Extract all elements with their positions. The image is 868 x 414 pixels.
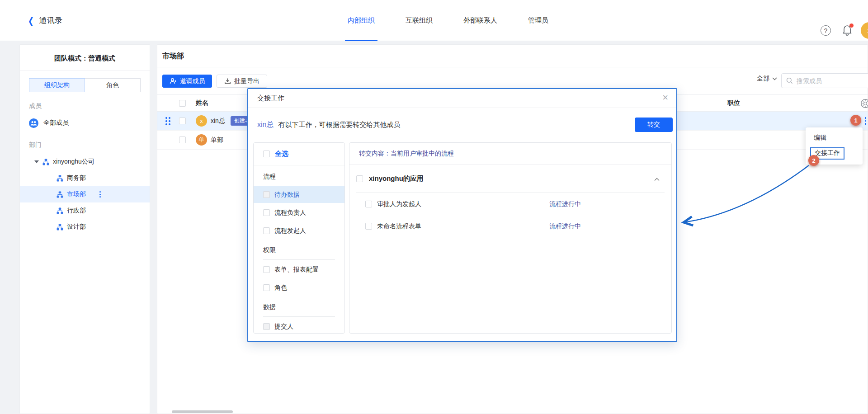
item-checkbox[interactable]	[365, 201, 372, 207]
handover-options-panel: 全选 流程 待办数据 流程负责人 流程发起人 权限 表单、报表配置 角色 数据 …	[253, 142, 345, 334]
close-icon[interactable]: ×	[662, 93, 668, 103]
tab-label: 内部组织	[348, 16, 375, 25]
notification-bell-icon[interactable]	[842, 24, 854, 37]
dept-more-icon[interactable]	[99, 191, 101, 198]
members-section-label: 成员	[29, 102, 150, 110]
tree-node-dept-business[interactable]: 商务部	[20, 170, 150, 186]
sidebar-item-all-members[interactable]: 全部成员	[20, 115, 150, 131]
invite-label: 邀请成员	[180, 77, 205, 85]
select-all-checkbox[interactable]	[179, 100, 186, 107]
help-icon[interactable]: ?	[821, 25, 831, 36]
option-label: 角色	[274, 284, 287, 292]
tab-internal-org[interactable]: 内部组织	[332, 0, 390, 41]
group-label-data: 数据	[263, 296, 335, 317]
option-role[interactable]: 角色	[254, 279, 344, 296]
department-name: 商务部	[67, 174, 86, 182]
department-name: 行政部	[67, 207, 86, 215]
tab-linked-org[interactable]: 互联组织	[390, 0, 448, 41]
download-icon	[224, 78, 231, 85]
user-avatar[interactable]: x	[861, 22, 868, 39]
handover-modal: 交接工作 × xin总 有以下工作，可根据需要转交给其他成员 转交 全选 流程 …	[247, 88, 677, 342]
page-title: 通讯录	[39, 15, 62, 26]
tree-node-dept-market[interactable]: 市场部	[20, 186, 150, 202]
subject-description: 有以下工作，可根据需要转交给其他成员	[278, 121, 400, 129]
option-submitter[interactable]: 提交人	[254, 318, 344, 334]
menu-item-edit[interactable]: 编辑	[806, 130, 863, 146]
modal-title: 交接工作	[257, 94, 284, 103]
tab-label: 互联组织	[406, 16, 433, 25]
search-icon	[786, 77, 793, 84]
batch-export-button[interactable]: 批量导出	[217, 75, 267, 88]
department-name: 设计部	[67, 223, 86, 231]
tree-node-company[interactable]: xinyonghu公司	[20, 154, 150, 170]
option-label: 流程发起人	[274, 227, 306, 235]
member-cell: x xin总 创建者	[196, 115, 254, 127]
option-checkbox[interactable]	[263, 209, 270, 216]
back-button[interactable]: ❮ 通讯录	[27, 0, 62, 41]
option-process-owner[interactable]: 流程负责人	[254, 204, 344, 221]
drag-handle-icon[interactable]	[165, 117, 179, 125]
column-header-name: 姓名	[196, 99, 208, 107]
subject-member-name: xin总	[257, 120, 274, 130]
sidebar: 团队模式：普通模式 组织架构 角色 成员 全部成员 部门 xinyonghu公司	[19, 44, 150, 414]
option-checkbox[interactable]	[263, 191, 270, 198]
avatar-text: x	[200, 118, 203, 124]
search-box	[781, 73, 868, 88]
org-icon	[57, 224, 63, 231]
option-process-initiator[interactable]: 流程发起人	[254, 222, 344, 239]
filter-value: 全部	[757, 75, 769, 83]
option-form-report-config[interactable]: 表单、报表配置	[254, 261, 344, 278]
workflow-item[interactable]: 审批人为发起人 流程进行中	[349, 193, 671, 215]
group-checkbox[interactable]	[356, 175, 363, 182]
option-label: 流程负责人	[274, 209, 306, 217]
option-checkbox[interactable]	[263, 323, 270, 330]
member-avatar: x	[196, 115, 207, 127]
toggle-roles[interactable]: 角色	[85, 78, 141, 92]
column-settings-gear-icon[interactable]	[860, 99, 868, 108]
department-tree: xinyonghu公司 商务部 市场部 行政部 设计部	[20, 154, 150, 235]
tree-node-dept-admin[interactable]: 行政部	[20, 202, 150, 219]
export-label: 批量导出	[234, 77, 259, 85]
chevron-up-icon[interactable]	[654, 175, 660, 183]
caret-expanded-icon[interactable]	[34, 160, 39, 163]
handover-content-panel: 转交内容：当前用户审批中的流程 xinyonghu的应用 审批人为发起人 流程进…	[349, 142, 672, 334]
member-avatar: 单	[196, 134, 207, 146]
app-group-row[interactable]: xinyonghu的应用	[349, 165, 671, 193]
horizontal-scrollbar[interactable]	[172, 410, 233, 413]
tab-external-contacts[interactable]: 外部联系人	[448, 0, 513, 41]
row-more-icon[interactable]	[864, 116, 868, 126]
workflow-status: 流程进行中	[549, 200, 581, 208]
option-checkbox[interactable]	[263, 284, 270, 291]
department-page-title: 市场部	[157, 45, 868, 67]
row-checkbox[interactable]	[179, 136, 186, 143]
search-input[interactable]	[797, 77, 868, 85]
member-name: 单部	[211, 136, 223, 144]
chevron-down-icon	[772, 77, 777, 80]
filter-dropdown[interactable]: 全部	[757, 75, 777, 83]
group-label-permission: 权限	[263, 239, 335, 260]
item-checkbox[interactable]	[365, 223, 372, 230]
app-root: { "app": { "back_label": "通讯录" }, "heade…	[0, 0, 868, 414]
option-checkbox[interactable]	[263, 266, 270, 273]
row-checkbox[interactable]	[179, 118, 186, 124]
toggle-label: 角色	[106, 81, 119, 89]
member-cell: 单 单部	[196, 134, 223, 146]
org-icon	[42, 159, 49, 165]
select-all-checkbox[interactable]	[263, 151, 270, 157]
invite-member-button[interactable]: 邀请成员	[162, 75, 212, 88]
content-header: 转交内容：当前用户审批中的流程	[349, 143, 671, 165]
tab-admin[interactable]: 管理员	[513, 0, 564, 41]
option-checkbox[interactable]	[263, 227, 270, 234]
header-tabs: 内部组织 互联组织 外部联系人 管理员	[332, 0, 564, 41]
tree-node-dept-design[interactable]: 设计部	[20, 219, 150, 235]
toggle-org-structure[interactable]: 组织架构	[29, 78, 85, 92]
person-add-icon	[170, 78, 177, 85]
toggle-label: 组织架构	[44, 81, 70, 89]
option-todo-data[interactable]: 待办数据	[254, 186, 344, 203]
transfer-button[interactable]: 转交	[635, 118, 673, 132]
select-all-label[interactable]: 全选	[275, 150, 288, 158]
select-all-row: 全选	[254, 143, 344, 165]
annotation-step-2: 2	[808, 155, 819, 166]
workflow-item[interactable]: 未命名流程表单 流程进行中	[349, 215, 671, 237]
modal-titlebar: 交接工作 ×	[248, 89, 676, 108]
